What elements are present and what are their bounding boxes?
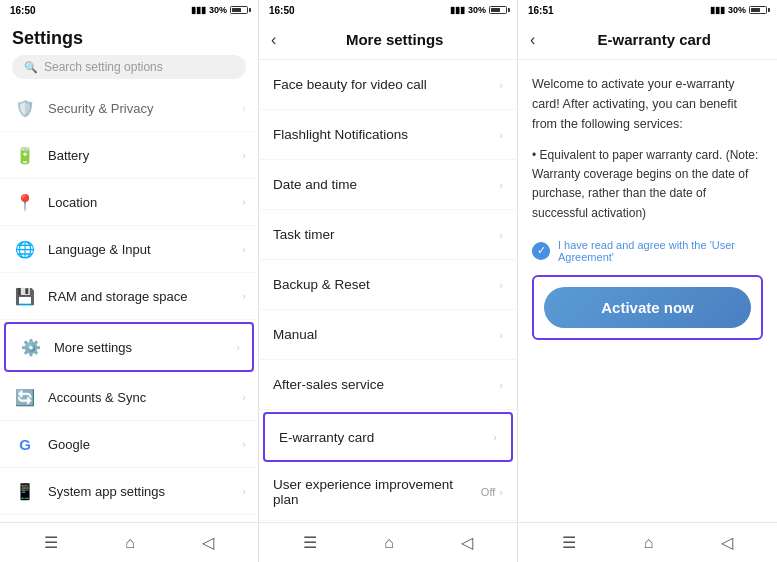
menu-item-date[interactable]: Date and time ›	[259, 160, 517, 210]
chevron-more: ›	[236, 341, 240, 353]
time-left: 16:50	[10, 5, 36, 16]
menu-btn-right[interactable]: ☰	[550, 529, 588, 556]
improvement-label: User experience improvement plan	[273, 477, 481, 507]
manual-label: Manual	[273, 327, 499, 342]
status-bar-right: 16:51 ▮▮▮ 30%	[518, 0, 777, 20]
back-btn-left[interactable]: ◁	[190, 529, 226, 556]
agreement-checkbox[interactable]: ✓	[532, 242, 550, 260]
agreement-row[interactable]: ✓ I have read and agree with the 'User A…	[532, 239, 763, 263]
menu-item-manual[interactable]: Manual ›	[259, 310, 517, 360]
sidebar-item-battery[interactable]: 🔋 Battery ›	[0, 132, 258, 179]
menu-btn-middle[interactable]: ☰	[291, 529, 329, 556]
menu-item-face[interactable]: Face beauty for video call ›	[259, 60, 517, 110]
ram-icon: 💾	[12, 283, 38, 309]
bottom-nav-left: ☰ ⌂ ◁	[0, 522, 258, 562]
search-placeholder: Search setting options	[44, 60, 163, 74]
backup-label: Backup & Reset	[273, 277, 499, 292]
battery-bar-middle	[489, 6, 507, 14]
sidebar-item-more[interactable]: ⚙️ More settings ›	[4, 322, 254, 372]
menu-item-task[interactable]: Task timer ›	[259, 210, 517, 260]
time-middle: 16:50	[269, 5, 295, 16]
sidebar-item-security[interactable]: 🛡️ Security & Privacy ›	[0, 85, 258, 132]
chevron-ram: ›	[242, 290, 246, 302]
sidebar-item-location[interactable]: 📍 Location ›	[0, 179, 258, 226]
left-panel: 16:50 ▮▮▮ 30% Settings 🔍 Search setting …	[0, 0, 259, 562]
back-btn-right[interactable]: ◁	[709, 529, 745, 556]
middle-menu-list: Face beauty for video call › Flashlight …	[259, 60, 517, 522]
signal-icon-right: ▮▮▮	[710, 5, 725, 15]
sidebar-item-motion[interactable]: 🏃 Smart motion ›	[0, 515, 258, 522]
status-icons-middle: ▮▮▮ 30%	[450, 5, 507, 15]
home-btn-middle[interactable]: ⌂	[372, 530, 406, 556]
language-label: Language & Input	[48, 242, 242, 257]
battery-label: Battery	[48, 148, 242, 163]
settings-list: 🛡️ Security & Privacy › 🔋 Battery › 📍 Lo…	[0, 85, 258, 522]
page-title: Settings	[12, 28, 246, 49]
more-label: More settings	[54, 340, 236, 355]
status-icons-left: ▮▮▮ 30%	[191, 5, 248, 15]
back-button-middle[interactable]: ‹	[271, 31, 276, 49]
menu-item-ewarranty[interactable]: E-warranty card ›	[263, 412, 513, 462]
menu-item-backup[interactable]: Backup & Reset ›	[259, 260, 517, 310]
chevron-language: ›	[242, 243, 246, 255]
face-label: Face beauty for video call	[273, 77, 499, 92]
sidebar-item-system[interactable]: 📱 System app settings ›	[0, 468, 258, 515]
language-icon: 🌐	[12, 236, 38, 262]
home-btn-left[interactable]: ⌂	[113, 530, 147, 556]
security-icon: 🛡️	[12, 95, 38, 121]
search-bar[interactable]: 🔍 Search setting options	[12, 55, 246, 79]
left-header: Settings 🔍 Search setting options	[0, 20, 258, 85]
bullet-text: • Equivalent to paper warranty card. (No…	[532, 146, 763, 223]
chevron-accounts: ›	[242, 391, 246, 403]
chevron-improvement: ›	[499, 486, 503, 498]
back-button-right[interactable]: ‹	[530, 31, 535, 49]
system-icon: 📱	[12, 478, 38, 504]
aftersales-label: After-sales service	[273, 377, 499, 392]
menu-item-flashlight[interactable]: Flashlight Notifications ›	[259, 110, 517, 160]
sidebar-item-language[interactable]: 🌐 Language & Input ›	[0, 226, 258, 273]
middle-nav-header: ‹ More settings	[259, 20, 517, 60]
time-right: 16:51	[528, 5, 554, 16]
status-bar-middle: 16:50 ▮▮▮ 30%	[259, 0, 517, 20]
welcome-text: Welcome to activate your e-warranty card…	[532, 74, 763, 134]
chevron-face: ›	[499, 79, 503, 91]
system-label: System app settings	[48, 484, 242, 499]
chevron-battery: ›	[242, 149, 246, 161]
security-label: Security & Privacy	[48, 101, 242, 116]
activate-button[interactable]: Activate now	[544, 287, 751, 328]
google-label: Google	[48, 437, 242, 452]
sidebar-item-google[interactable]: G Google ›	[0, 421, 258, 468]
sidebar-item-accounts[interactable]: 🔄 Accounts & Sync ›	[0, 374, 258, 421]
chevron-date: ›	[499, 179, 503, 191]
right-content: Welcome to activate your e-warranty card…	[518, 60, 777, 522]
chevron-ewarranty: ›	[493, 431, 497, 443]
status-bar-left: 16:50 ▮▮▮ 30%	[0, 0, 258, 20]
battery-bar-left	[230, 6, 248, 14]
improvement-sub: Off	[481, 486, 495, 498]
battery-icon: 🔋	[12, 142, 38, 168]
search-icon: 🔍	[24, 61, 38, 74]
battery-left: 30%	[209, 5, 227, 15]
signal-icon: ▮▮▮	[191, 5, 206, 15]
google-icon: G	[12, 431, 38, 457]
date-label: Date and time	[273, 177, 499, 192]
activate-container: Activate now	[532, 275, 763, 340]
sidebar-item-ram[interactable]: 💾 RAM and storage space ›	[0, 273, 258, 320]
chevron-location: ›	[242, 196, 246, 208]
chevron-flashlight: ›	[499, 129, 503, 141]
ram-label: RAM and storage space	[48, 289, 242, 304]
home-btn-right[interactable]: ⌂	[632, 530, 666, 556]
signal-icon-mid: ▮▮▮	[450, 5, 465, 15]
middle-panel: 16:50 ▮▮▮ 30% ‹ More settings Face beaut…	[259, 0, 518, 562]
battery-right: 30%	[728, 5, 746, 15]
menu-btn-left[interactable]: ☰	[32, 529, 70, 556]
menu-item-improvement[interactable]: User experience improvement plan Off ›	[259, 464, 517, 521]
accounts-label: Accounts & Sync	[48, 390, 242, 405]
chevron-manual: ›	[499, 329, 503, 341]
task-label: Task timer	[273, 227, 499, 242]
menu-item-download[interactable]: Download management ›	[259, 521, 517, 522]
agreement-label: I have read and agree with the 'User Agr…	[558, 239, 763, 263]
menu-item-aftersales[interactable]: After-sales service ›	[259, 360, 517, 410]
back-btn-middle[interactable]: ◁	[449, 529, 485, 556]
status-icons-right: ▮▮▮ 30%	[710, 5, 767, 15]
